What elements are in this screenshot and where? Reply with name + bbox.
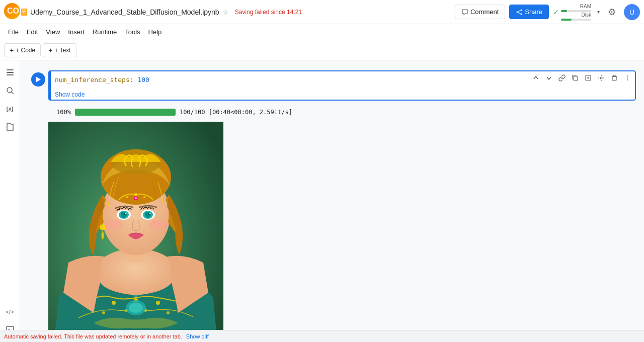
show-code-link[interactable]: Show code: [49, 89, 575, 100]
menu-help[interactable]: Help: [144, 26, 166, 38]
top-actions: Comment Share ✓ RAM Disk ▾: [455, 4, 640, 21]
move-up-button[interactable]: [530, 72, 542, 84]
menu-runtime[interactable]: Runtime: [89, 26, 121, 38]
play-icon: [36, 76, 41, 82]
move-cell-button[interactable]: [582, 72, 594, 84]
svg-point-28: [627, 79, 628, 80]
cell-content[interactable]: num_inference_steps: 100 Show code: [48, 70, 636, 101]
cell-active-indicator: [49, 71, 51, 100]
svg-point-44: [105, 220, 123, 230]
add-code-button[interactable]: + + Code: [4, 43, 41, 57]
svg-point-55: [149, 212, 151, 214]
menu-tools[interactable]: Tools: [121, 26, 144, 38]
comment-button[interactable]: Comment: [455, 5, 505, 19]
sidebar-item-search[interactable]: [2, 82, 18, 99]
code-cell: num_inference_steps: 100 Show code: [20, 70, 644, 101]
svg-point-58: [100, 224, 106, 230]
ram-disk-indicator[interactable]: ✓ RAM Disk ▾: [553, 4, 600, 21]
svg-point-32: [112, 301, 116, 305]
delete-cell-button[interactable]: [608, 72, 620, 84]
svg-point-60: [135, 197, 137, 199]
copy-icon: [572, 74, 579, 81]
svg-point-24: [600, 77, 602, 79]
sidebar-item-toc[interactable]: [2, 64, 18, 80]
svg-rect-13: [7, 72, 14, 73]
main: [x] </>: [0, 60, 644, 342]
svg-line-11: [518, 12, 521, 13]
filename: Udemy_Course_1_Advanced_Stable_Diffusion…: [30, 8, 219, 16]
notebook[interactable]: num_inference_steps: 100 Show code: [20, 60, 644, 342]
left-sidebar: [x] </>: [0, 60, 20, 342]
search-icon: [6, 86, 15, 95]
toolbar: + + Code + + Text: [0, 40, 644, 60]
copy-cell-button[interactable]: [569, 72, 581, 84]
settings-button[interactable]: ⚙: [604, 4, 620, 20]
svg-point-35: [102, 311, 105, 314]
svg-point-27: [627, 77, 628, 78]
generated-image-svg: [48, 122, 223, 343]
menu-view[interactable]: View: [42, 26, 64, 38]
progress-bar-fill: [75, 109, 176, 116]
output-cell: 100% 100/100 [00:40<00:00, 2.59it/s]: [40, 103, 644, 122]
sidebar-item-files[interactable]: [2, 119, 18, 135]
code-key: num_inference_steps:: [55, 76, 134, 83]
checkmark-icon: ✓: [553, 8, 559, 16]
menu-edit[interactable]: Edit: [23, 26, 42, 38]
svg-rect-12: [7, 69, 14, 70]
gear-icon: ⚙: [608, 7, 616, 18]
comment-icon: [461, 9, 468, 16]
saving-status: Saving failed since 14:21: [235, 9, 302, 16]
svg-point-61: [134, 193, 137, 196]
menu-file[interactable]: File: [4, 26, 23, 38]
svg-point-50: [125, 212, 127, 214]
star-icon[interactable]: ☆: [222, 8, 229, 16]
cell-gutter: [28, 70, 48, 87]
ram-disk-bars: RAM Disk: [561, 4, 595, 21]
svg-line-10: [518, 10, 521, 11]
more-cell-button[interactable]: [621, 72, 633, 84]
menu-insert[interactable]: Insert: [64, 26, 89, 38]
svg-point-9: [517, 11, 518, 13]
sidebar-item-code-snippets[interactable]: </>: [2, 304, 18, 320]
add-text-button[interactable]: + + Text: [43, 43, 76, 57]
arrow-down-icon: [545, 74, 552, 81]
sidebar-item-variables[interactable]: [x]: [2, 101, 18, 117]
topbar: CO Udemy_Course_1_Advanced_Stable_Diffus…: [0, 0, 644, 24]
output-inner: 100% 100/100 [00:40<00:00, 2.59it/s]: [48, 103, 636, 122]
toc-icon: [6, 68, 15, 77]
move-icon: [585, 74, 592, 81]
svg-rect-20: [574, 76, 578, 80]
image-output: [48, 122, 636, 343]
settings-icon: [598, 74, 605, 81]
colab-logo[interactable]: CO: [4, 3, 20, 21]
statusbar: Automatic saving failed. This file was u…: [0, 330, 644, 342]
delete-icon: [611, 74, 618, 81]
user-avatar[interactable]: U: [624, 4, 640, 20]
share-icon: [516, 9, 523, 16]
comment-label: Comment: [470, 8, 499, 16]
svg-point-62: [126, 196, 128, 198]
svg-point-26: [627, 75, 628, 76]
svg-rect-25: [612, 76, 616, 80]
share-label: Share: [525, 8, 542, 16]
disk-bar: [561, 19, 591, 21]
svg-point-15: [7, 88, 12, 93]
svg-point-45: [149, 220, 167, 230]
svg-point-7: [521, 9, 522, 11]
text-label: + Text: [54, 47, 70, 54]
link-button[interactable]: [556, 72, 568, 84]
share-button[interactable]: Share: [509, 5, 549, 19]
svg-rect-5: [22, 11, 26, 12]
run-button[interactable]: [31, 72, 45, 87]
move-down-button[interactable]: [543, 72, 555, 84]
ai-image: [48, 122, 223, 343]
progress-row: 100% 100/100 [00:40<00:00, 2.59it/s]: [52, 107, 632, 118]
svg-point-8: [521, 13, 522, 15]
code-label: + Code: [16, 47, 35, 54]
settings-cell-button[interactable]: [595, 72, 607, 84]
svg-rect-14: [7, 74, 14, 75]
code-line: num_inference_steps: 100: [49, 71, 575, 89]
ram-label: RAM: [580, 4, 591, 9]
svg-rect-6: [22, 13, 25, 14]
show-diff-link[interactable]: Show diff: [186, 333, 209, 339]
